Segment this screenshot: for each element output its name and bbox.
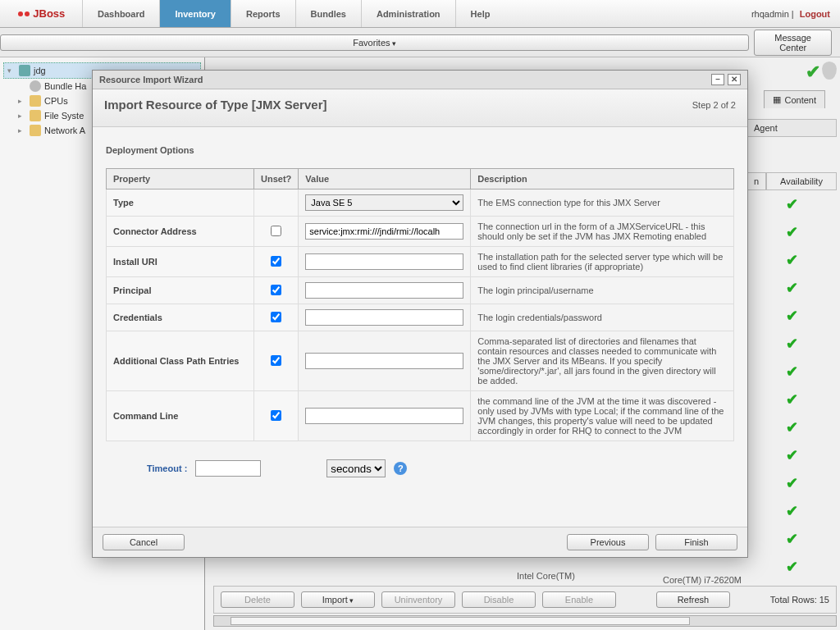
agent-bar: Agent (746, 119, 837, 137)
unset-checkbox[interactable] (271, 256, 281, 267)
cube-icon: ▦ (773, 94, 781, 105)
unset-cell (254, 217, 299, 247)
property-description: The login principal/username (471, 277, 734, 304)
value-input[interactable] (305, 282, 463, 299)
unset-checkbox[interactable] (271, 312, 281, 322)
close-icon[interactable]: ✕ (728, 74, 741, 85)
col-header[interactable]: n (746, 172, 766, 190)
property-row: Install URIThe installation path for the… (107, 247, 734, 277)
dialog-titlebar[interactable]: Resource Import Wizard – ✕ (93, 71, 747, 89)
nav-help[interactable]: Help (455, 0, 505, 27)
property-description: the command line of the JVM at the time … (471, 391, 734, 441)
timeout-unit-select[interactable]: seconds (326, 459, 386, 477)
timeout-label: Timeout : (147, 463, 187, 473)
detail-tabs: ▦Content (764, 90, 825, 108)
refresh-button[interactable]: Refresh (656, 591, 730, 608)
inventory-action-bar: Delete Import Uninventory Disable Enable… (213, 586, 837, 614)
dialog-body: Deployment Options Property Unset? Value… (93, 127, 747, 527)
property-row: PrincipalThe login principal/username (107, 277, 734, 304)
badge-icon (822, 62, 837, 80)
col-value: Value (299, 169, 471, 189)
top-nav: Dashboard Inventory Reports Bundles Admi… (82, 0, 504, 27)
dialog-footer: Cancel Previous Finish (93, 527, 747, 557)
unset-cell (254, 304, 299, 331)
availability-column: n Availability ✔ ✔ ✔ ✔ ✔ ✔ ✔ ✔ ✔ ✔ ✔ ✔ ✔… (746, 172, 837, 581)
cancel-button[interactable]: Cancel (103, 534, 185, 550)
value-cell (299, 391, 471, 441)
availability-up-icon: ✔ (746, 469, 837, 497)
unset-cell (254, 247, 299, 277)
property-description: The EMS connection type for this JMX Ser… (471, 189, 734, 217)
col-description: Description (471, 169, 734, 189)
availability-up-icon: ✔ (746, 246, 837, 274)
minimize-icon[interactable]: – (711, 74, 724, 85)
wizard-step: Step 2 of 2 (692, 100, 736, 110)
nav-dashboard[interactable]: Dashboard (82, 0, 159, 27)
value-input[interactable] (305, 353, 463, 369)
folder-icon (30, 110, 41, 121)
nav-reports[interactable]: Reports (231, 0, 295, 27)
disable-button[interactable]: Disable (462, 591, 536, 608)
value-cell: Java SE 5 (299, 189, 471, 217)
property-row: Connector AddressThe connection url in t… (107, 217, 734, 247)
property-name: Additional Class Path Entries (107, 331, 254, 391)
enable-button[interactable]: Enable (542, 591, 616, 608)
delete-button[interactable]: Delete (221, 591, 294, 608)
message-center-button[interactable]: Message Center (754, 30, 832, 56)
value-input[interactable] (305, 253, 463, 270)
availability-up-icon: ✔ (746, 553, 837, 581)
availability-up-icon: ✔ (746, 330, 837, 358)
unset-checkbox[interactable] (271, 285, 281, 295)
server-icon (19, 65, 30, 76)
availability-up-icon: ✔ (746, 302, 837, 330)
property-description: The installation path for the selected s… (471, 247, 734, 277)
unset-checkbox[interactable] (271, 355, 281, 366)
col-unset: Unset? (254, 169, 299, 189)
property-row: TypeJava SE 5The EMS connection type for… (107, 189, 734, 217)
table-cell: Core(TM) i7-2620M (663, 575, 742, 586)
tab-content[interactable]: ▦Content (764, 90, 825, 108)
dialog-header: Import Resource of Type [JMX Server] Ste… (93, 89, 747, 127)
property-description: The login credentials/password (471, 304, 734, 331)
import-wizard-dialog: Resource Import Wizard – ✕ Import Resour… (92, 70, 748, 558)
uninventory-button[interactable]: Uninventory (381, 591, 455, 608)
property-row: Additional Class Path EntriesComma-separ… (107, 331, 734, 391)
value-cell (299, 247, 471, 277)
dialog-heading: Import Resource of Type [JMX Server] (104, 98, 326, 112)
value-input[interactable] (305, 408, 463, 424)
availability-up-icon: ✔ (746, 441, 837, 469)
value-cell (299, 331, 471, 391)
unset-cell (254, 277, 299, 304)
timeout-input[interactable] (195, 460, 261, 477)
availability-up-icon: ✔ (746, 218, 837, 246)
finish-button[interactable]: Finish (655, 534, 737, 550)
previous-button[interactable]: Previous (567, 534, 649, 550)
user-area: rhqadmin | Logout (751, 0, 840, 27)
section-title: Deployment Options (106, 145, 734, 155)
nav-administration[interactable]: Administration (361, 0, 455, 27)
col-header-availability[interactable]: Availability (766, 172, 837, 190)
property-name: Credentials (107, 304, 254, 331)
favorites-button[interactable]: Favorites (0, 34, 749, 51)
property-name: Type (107, 189, 254, 217)
import-button[interactable]: Import (301, 591, 375, 608)
value-cell (299, 304, 471, 331)
value-cell (299, 217, 471, 247)
unset-checkbox[interactable] (271, 410, 281, 421)
unset-checkbox[interactable] (271, 226, 281, 236)
help-icon[interactable]: ? (394, 462, 407, 475)
value-input[interactable] (305, 309, 463, 326)
property-name: Install URI (107, 247, 254, 277)
col-property: Property (107, 169, 254, 189)
value-input[interactable] (305, 223, 463, 240)
property-description: The connection url in the form of a JMXS… (471, 217, 734, 247)
property-row: Command Linethe command line of the JVM … (107, 391, 734, 441)
total-rows: Total Rows: 15 (770, 595, 829, 605)
horizontal-scrollbar[interactable] (213, 615, 837, 627)
nav-inventory[interactable]: Inventory (159, 0, 231, 27)
nav-bundles[interactable]: Bundles (295, 0, 361, 27)
value-select[interactable]: Java SE 5 (305, 194, 463, 211)
property-name: Connector Address (107, 217, 254, 247)
property-description: Comma-separated list of directories and … (471, 331, 734, 391)
logout-link[interactable]: Logout (800, 9, 830, 19)
